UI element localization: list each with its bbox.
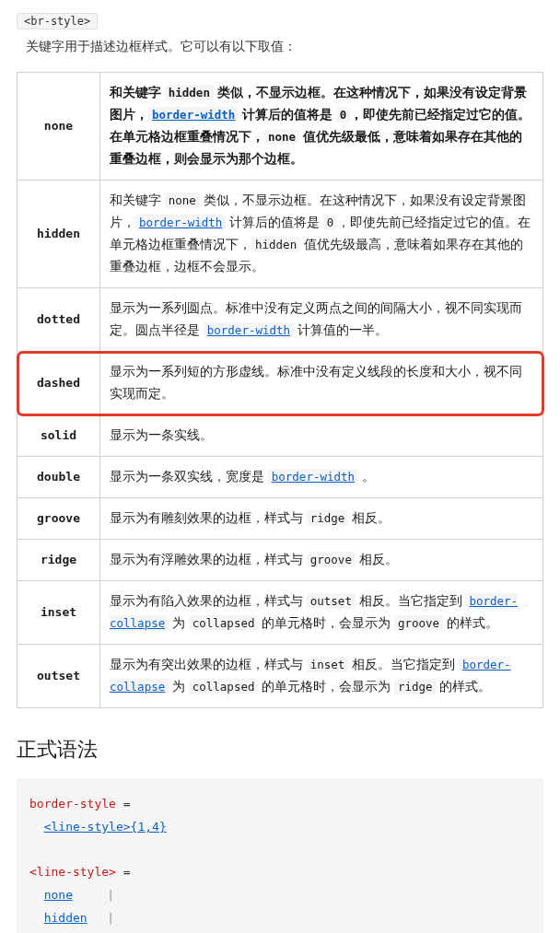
table-row: outset显示为有突出效果的边框，样式与 inset 相反。当它指定到 bor… bbox=[18, 645, 543, 708]
value-key: double bbox=[18, 457, 100, 498]
formal-syntax-heading: 正式语法 bbox=[17, 736, 543, 764]
value-key: ridge bbox=[18, 540, 100, 581]
table-row: ridge显示为有浮雕效果的边框，样式与 groove 相反。 bbox=[18, 540, 543, 581]
value-key: solid bbox=[18, 415, 100, 457]
doc-link[interactable]: border-width bbox=[204, 322, 294, 338]
pipe-icon: | bbox=[107, 911, 114, 925]
table-row: groove显示为有雕刻效果的边框，样式与 ridge 相反。 bbox=[18, 498, 543, 540]
value-key: groove bbox=[18, 498, 100, 540]
br-style-tag: <br-style> bbox=[17, 13, 98, 29]
syntax-property: <line-style> bbox=[29, 865, 116, 879]
pipe-icon: | bbox=[107, 888, 114, 902]
table-row: dotted显示为一系列圆点。标准中没有定义两点之间的间隔大小，视不同实现而定。… bbox=[18, 288, 543, 352]
syntax-option[interactable]: none bbox=[44, 888, 73, 902]
values-table: none和关键字 hidden 类似，不显示边框。在这种情况下，如果没有设定背景… bbox=[17, 72, 543, 708]
value-description: 显示为有突出效果的边框，样式与 inset 相反。当它指定到 border-co… bbox=[100, 645, 543, 708]
value-key: outset bbox=[18, 645, 100, 708]
syntax-code-block: border-style = <line-style>{1,4} <line-s… bbox=[17, 778, 543, 933]
value-key: none bbox=[18, 73, 100, 181]
table-row: solid显示为一条实线。 bbox=[18, 415, 543, 457]
value-description: 显示为一系列短的方形虚线。标准中没有定义线段的长度和大小，视不同实现而定。 bbox=[100, 352, 543, 415]
doc-link[interactable]: border-width bbox=[148, 107, 239, 122]
table-row: none和关键字 hidden 类似，不显示边框。在这种情况下，如果没有设定背景… bbox=[18, 73, 543, 181]
value-key: hidden bbox=[18, 181, 100, 288]
syntax-link[interactable]: <line-style> bbox=[44, 820, 131, 834]
description-text: 关键字用于描述边框样式。它可以有以下取值： bbox=[26, 39, 543, 55]
value-description: 显示为有浮雕效果的边框，样式与 groove 相反。 bbox=[100, 540, 543, 581]
syntax-property: border-style bbox=[29, 797, 116, 811]
table-row: hidden和关键字 none 类似，不显示边框。在这种情况下，如果没有设定背景… bbox=[18, 181, 543, 288]
value-key: inset bbox=[18, 581, 100, 645]
value-key: dashed bbox=[18, 352, 100, 415]
value-description: 和关键字 hidden 类似，不显示边框。在这种情况下，如果没有设定背景图片，b… bbox=[100, 73, 543, 181]
table-row: inset显示为有陷入效果的边框，样式与 outset 相反。当它指定到 bor… bbox=[18, 581, 543, 645]
value-description: 显示为有雕刻效果的边框，样式与 ridge 相反。 bbox=[100, 498, 543, 540]
syntax-mult[interactable]: {1,4} bbox=[131, 820, 167, 834]
value-description: 显示为一系列圆点。标准中没有定义两点之间的间隔大小，视不同实现而定。圆点半径是 … bbox=[100, 288, 543, 352]
value-key: dotted bbox=[18, 288, 100, 352]
table-row: double显示为一条双实线，宽度是 border-width 。 bbox=[18, 457, 543, 498]
doc-link[interactable]: border-width bbox=[268, 469, 358, 484]
value-description: 和关键字 none 类似，不显示边框。在这种情况下，如果没有设定背景图片，bor… bbox=[100, 181, 543, 288]
doc-link[interactable]: border-width bbox=[135, 215, 226, 230]
value-description: 显示为有陷入效果的边框，样式与 outset 相反。当它指定到 border-c… bbox=[100, 581, 543, 645]
value-description: 显示为一条实线。 bbox=[100, 415, 543, 457]
syntax-option[interactable]: hidden bbox=[44, 911, 88, 925]
table-row: dashed显示为一系列短的方形虚线。标准中没有定义线段的长度和大小，视不同实现… bbox=[18, 352, 543, 415]
value-description: 显示为一条双实线，宽度是 border-width 。 bbox=[100, 457, 543, 498]
